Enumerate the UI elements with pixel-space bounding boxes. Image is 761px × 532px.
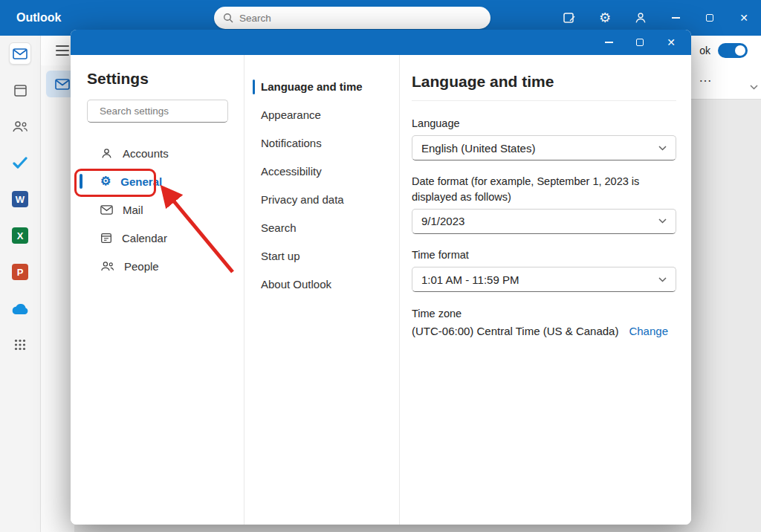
settings-nav-list: Accounts ⚙ General Mail Calendar [87, 139, 244, 280]
settings-search-input[interactable] [100, 106, 231, 117]
dialog-titlebar: ✕ [71, 30, 691, 55]
todo-check-icon [13, 157, 27, 169]
app-grid-icon [14, 339, 26, 351]
chevron-down-icon [658, 218, 667, 224]
app-search-input[interactable] [239, 13, 482, 24]
time-format-select[interactable]: 1:01 AM - 11:59 PM [412, 267, 676, 292]
more-options-button[interactable]: … [699, 70, 713, 85]
date-format-label: Date format (for example, September 1, 2… [412, 174, 676, 204]
subnav-about-outlook[interactable]: About Outlook [245, 270, 399, 299]
subnav-notifications[interactable]: Notifications [245, 129, 399, 158]
dialog-maximize-button[interactable] [624, 30, 655, 55]
rail-todo[interactable] [9, 154, 31, 172]
language-select[interactable]: English (United States) [412, 135, 676, 160]
onedrive-cloud-icon [10, 302, 30, 315]
chevron-down-icon [658, 146, 667, 151]
rail-apps[interactable] [9, 336, 31, 354]
subnav-start-up[interactable]: Start up [245, 242, 399, 270]
nav-item-label: People [124, 260, 159, 273]
rail-people[interactable] [9, 117, 31, 135]
nav-item-general[interactable]: ⚙ General [87, 167, 236, 195]
app-title: Outlook [16, 11, 61, 25]
rail-word[interactable]: W [9, 190, 31, 208]
rail-calendar[interactable] [9, 81, 31, 99]
nav-item-label: Accounts [123, 147, 169, 160]
settings-dialog: ✕ Settings Accounts ⚙ General [71, 30, 691, 525]
rail-powerpoint[interactable]: P [9, 263, 31, 281]
new-outlook-toggle-label: ok [699, 45, 710, 56]
calendar-icon [13, 83, 27, 97]
app-search[interactable] [214, 7, 490, 29]
app-maximize-button[interactable] [693, 0, 727, 36]
settings-search[interactable] [87, 100, 228, 123]
subnav-privacy-and-data[interactable]: Privacy and data [245, 186, 399, 214]
rail-onedrive[interactable] [9, 299, 31, 317]
time-zone-change-link[interactable]: Change [629, 325, 668, 337]
panel-title: Language and time [412, 73, 676, 91]
person-icon [100, 147, 113, 160]
nav-item-mail[interactable]: Mail [87, 195, 236, 224]
app-rail: W X P [0, 36, 41, 532]
people-icon [100, 261, 114, 271]
dialog-minimize-button[interactable] [593, 30, 624, 55]
subnav-search[interactable]: Search [245, 214, 399, 242]
rail-excel[interactable]: X [9, 227, 31, 244]
mail-icon [9, 42, 31, 65]
time-format-select-value: 1:01 AM - 11:59 PM [421, 273, 519, 286]
date-format-select[interactable]: 9/1/2023 [412, 209, 676, 234]
folder-pane [41, 36, 74, 532]
mail-tab-icon [55, 79, 70, 90]
language-select-value: English (United States) [421, 142, 535, 155]
new-outlook-toggle[interactable] [718, 43, 748, 58]
nav-item-label: Calendar [122, 232, 167, 244]
hamburger-menu-icon[interactable] [56, 45, 69, 56]
chevron-down-icon[interactable] [750, 85, 758, 90]
subnav-language-and-time[interactable]: Language and time [245, 73, 399, 101]
date-format-select-value: 9/1/2023 [421, 215, 464, 227]
nav-item-accounts[interactable]: Accounts [87, 139, 236, 167]
settings-subnav-column: Language and time Appearance Notificatio… [244, 55, 399, 525]
powerpoint-icon: P [12, 264, 28, 280]
nav-item-people[interactable]: People [87, 252, 236, 280]
calendar-icon [100, 232, 112, 244]
settings-nav-column: Settings Accounts ⚙ General [71, 55, 244, 525]
subnav-appearance[interactable]: Appearance [245, 101, 399, 129]
subnav-accessibility[interactable]: Accessibility [245, 158, 399, 186]
time-format-label: Time format [412, 247, 676, 262]
reading-pane-header: … [691, 65, 761, 100]
search-icon [223, 13, 233, 23]
excel-icon: X [12, 227, 28, 244]
time-zone-label: Time zone [412, 306, 676, 321]
nav-item-label: Mail [123, 204, 143, 216]
app-close-button[interactable]: ✕ [727, 0, 761, 36]
people-icon [12, 120, 28, 132]
language-label: Language [412, 116, 676, 131]
gear-icon: ⚙ [100, 175, 111, 187]
divider [412, 100, 676, 101]
mail-icon [100, 205, 113, 215]
time-zone-value: (UTC-06:00) Central Time (US & Canada) [412, 325, 618, 337]
nav-item-calendar[interactable]: Calendar [87, 224, 236, 252]
dialog-close-button[interactable]: ✕ [655, 30, 687, 55]
nav-item-label: General [120, 175, 162, 188]
word-icon: W [12, 191, 28, 207]
rail-mail[interactable] [9, 45, 31, 62]
settings-title: Settings [87, 70, 244, 88]
settings-detail-panel: Language and time Language English (Unit… [399, 55, 691, 525]
chevron-down-icon [658, 277, 667, 282]
